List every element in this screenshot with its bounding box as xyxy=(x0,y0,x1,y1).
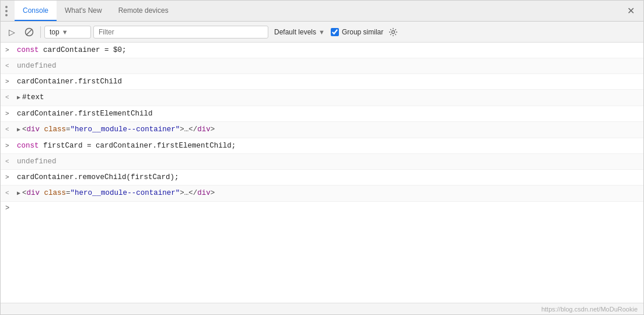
execute-button[interactable]: ▷ xyxy=(4,24,19,40)
context-selector[interactable]: top ▼ xyxy=(44,26,91,38)
url-bar: https://blog.csdn.net/MoDuRookie xyxy=(1,303,643,314)
svg-point-2 xyxy=(392,30,395,33)
filter-input[interactable] xyxy=(93,26,268,38)
console-row: >const cardContainer = $0; xyxy=(1,43,643,58)
console-output: >const cardContainer = $0;<undefined>car… xyxy=(1,43,643,303)
row-arrow: < xyxy=(5,188,15,198)
tab-whats-new[interactable]: What's New xyxy=(57,1,110,21)
devtools-window: Console What's New Remote devices ✕ ▷ to… xyxy=(0,0,644,315)
svg-line-1 xyxy=(26,29,32,35)
row-arrow: > xyxy=(5,141,15,151)
row-arrow: < xyxy=(5,156,15,167)
row-content: ▶<div class="hero__module--container">…<… xyxy=(17,124,639,135)
close-button[interactable]: ✕ xyxy=(622,3,639,19)
row-content: const cardContainer = $0; xyxy=(17,45,639,55)
row-content: cardContainer.firstElementChild xyxy=(17,108,639,119)
row-arrow: > xyxy=(5,172,15,183)
console-row: >const firstCard = cardContainer.firstEl… xyxy=(1,138,643,154)
console-row: <▶<div class="hero__module--container">…… xyxy=(1,186,643,202)
levels-dropdown[interactable]: Default levels ▼ xyxy=(271,26,328,38)
clear-button[interactable] xyxy=(22,24,37,40)
group-similar-label[interactable]: Group similar xyxy=(331,28,383,36)
row-content: cardContainer.firstChild xyxy=(17,76,639,87)
toolbar: ▷ top ▼ Default levels ▼ Group similar xyxy=(1,22,643,43)
row-content: ▶#text xyxy=(17,92,639,103)
console-row: <▶<div class="hero__module--container">…… xyxy=(1,122,643,138)
tab-bar: Console What's New Remote devices ✕ xyxy=(1,1,643,22)
row-arrow: > xyxy=(5,108,15,119)
divider-1 xyxy=(40,26,41,38)
console-row: >cardContainer.firstElementChild xyxy=(1,106,643,122)
row-content: undefined xyxy=(17,61,639,71)
console-row: <▶#text xyxy=(1,90,643,106)
console-row: >cardContainer.removeChild(firstCard); xyxy=(1,170,643,186)
row-content: ▶<div class="hero__module--container">…<… xyxy=(17,188,639,199)
tab-console[interactable]: Console xyxy=(15,1,57,21)
row-content: const firstCard = cardContainer.firstEle… xyxy=(17,141,639,151)
gear-icon xyxy=(388,27,398,37)
row-arrow: > xyxy=(5,45,15,55)
row-arrow: < xyxy=(5,124,15,135)
row-content: cardContainer.removeChild(firstCard); xyxy=(17,172,639,183)
row-content: undefined xyxy=(17,156,639,167)
group-similar-checkbox[interactable] xyxy=(331,28,339,36)
row-arrow: < xyxy=(5,92,15,103)
more-tabs-button[interactable] xyxy=(5,6,8,16)
row-arrow: > xyxy=(5,76,15,87)
console-row: <undefined xyxy=(1,154,643,170)
console-row: <undefined xyxy=(1,58,643,74)
tab-remote-devices[interactable]: Remote devices xyxy=(110,1,177,21)
cursor-row[interactable]: > xyxy=(1,202,643,215)
cursor-caret: > xyxy=(5,204,9,212)
ban-icon xyxy=(24,27,34,37)
play-icon: ▷ xyxy=(9,27,15,37)
console-row: >cardContainer.firstChild xyxy=(1,74,643,90)
settings-button[interactable] xyxy=(386,24,401,40)
row-arrow: < xyxy=(5,61,15,71)
